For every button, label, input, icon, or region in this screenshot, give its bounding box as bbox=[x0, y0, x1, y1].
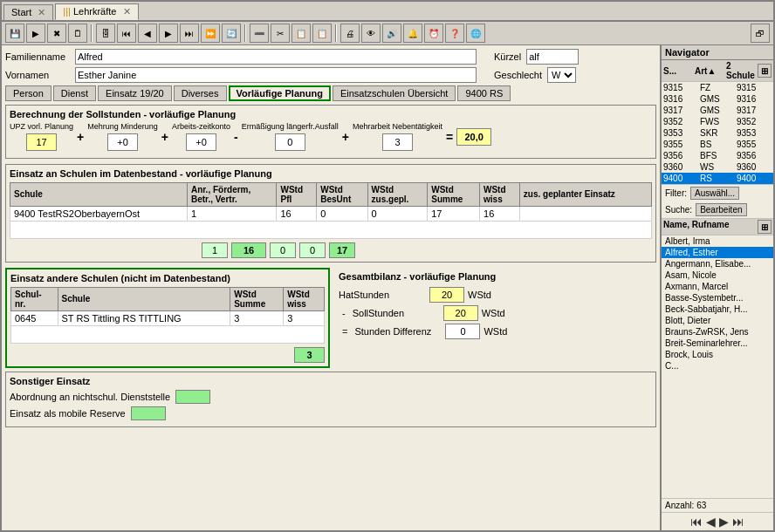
table-row[interactable]: 9400 TestRS2OberbayernOst 1 16 0 0 17 16 bbox=[10, 206, 652, 221]
col-zusplan: zus. geplanter Einsatz bbox=[519, 182, 651, 206]
familienname-input[interactable] bbox=[75, 49, 477, 65]
tab-9400rs[interactable]: 9400 RS bbox=[457, 85, 511, 101]
toolbar-view[interactable]: 👁 bbox=[361, 24, 381, 43]
toolbar-clock[interactable]: ⏰ bbox=[424, 24, 443, 43]
toolbar-doc[interactable]: 🗒 bbox=[68, 24, 87, 43]
tab-person[interactable]: Person bbox=[5, 85, 51, 101]
vorname-input[interactable] bbox=[75, 67, 477, 83]
toolbar-paste[interactable]: 📋 bbox=[312, 24, 332, 43]
toolbar-sound[interactable]: 🔊 bbox=[382, 24, 401, 43]
col-anr: Anr., Förderm,Betr., Vertr. bbox=[187, 182, 277, 206]
nav-next-btn[interactable]: ▶ bbox=[719, 515, 729, 529]
nav-row-9355[interactable]: 9355BS9355 bbox=[662, 139, 773, 150]
arbeitszeit-label: Arbeits-zeitkonto bbox=[172, 123, 230, 132]
tab-start-close[interactable]: ✕ bbox=[38, 7, 45, 17]
nav-name-blott[interactable]: Blott, Dieter bbox=[662, 315, 773, 326]
einsatz-mobile-row: Einsatz als mobile Reserve bbox=[10, 406, 652, 420]
tab-einsatz[interactable]: Einsatz 19/20 bbox=[98, 85, 172, 101]
nav-name-c[interactable]: C... bbox=[662, 360, 773, 372]
nav-search-row: Suche: Bearbeiten bbox=[662, 201, 773, 218]
andere-total-row: 3 bbox=[10, 347, 325, 363]
toolbar-window[interactable]: 🗗 bbox=[751, 24, 770, 43]
geschlecht-select[interactable]: W M bbox=[547, 67, 576, 83]
nav-search-btn[interactable]: Bearbeiten bbox=[696, 203, 746, 216]
col-schule: Schule bbox=[10, 182, 188, 206]
nav-name-brauns[interactable]: Brauns-ZwRSK, Jens bbox=[662, 326, 773, 338]
nav-name-beck[interactable]: Beck-Sabbatjahr, H... bbox=[662, 304, 773, 315]
upz-label: UPZ vorl. Planung bbox=[10, 123, 73, 132]
toolbar-run[interactable]: ▶ bbox=[26, 24, 45, 43]
toolbar-refresh[interactable]: 🔄 bbox=[222, 24, 241, 43]
nav-name-axmann[interactable]: Axmann, Marcel bbox=[662, 281, 773, 292]
cell-wiss: 16 bbox=[480, 206, 520, 221]
andere-schulen-title: Einsatz andere Schulen (nicht im Datenbe… bbox=[10, 273, 325, 283]
nav-name-basse[interactable]: Basse-Systembetr... bbox=[662, 292, 773, 304]
tab-lehrkraefte[interactable]: ||| Lehrkräfte ✕ bbox=[55, 3, 138, 20]
toolbar-minus[interactable]: ➖ bbox=[250, 24, 269, 43]
toolbar-first[interactable]: ⏮ bbox=[117, 24, 136, 43]
nav-last-btn[interactable]: ⏭ bbox=[732, 515, 744, 529]
nav-row-9352[interactable]: 9352FWS9352 bbox=[662, 116, 773, 127]
tab-diverses[interactable]: Diverses bbox=[174, 85, 227, 101]
kuerzel-input[interactable] bbox=[526, 49, 579, 65]
andere-table-row[interactable]: 0645 ST RS Tittling RS TITTLING 3 3 bbox=[11, 310, 325, 325]
col-summe: WStdSumme bbox=[428, 182, 480, 206]
nav-name-grid-icon[interactable]: ⊞ bbox=[758, 220, 772, 234]
toolbar-next[interactable]: ▶ bbox=[159, 24, 178, 43]
toolbar-save[interactable]: 💾 bbox=[5, 24, 24, 43]
andere-total: 3 bbox=[294, 347, 325, 363]
nav-col-s: S... bbox=[663, 66, 695, 76]
toolbar-fast[interactable]: ⏩ bbox=[201, 24, 220, 43]
einsatz-title: Einsatz an Schulen im Datenbestand - vor… bbox=[10, 168, 652, 179]
toolbar-sep3 bbox=[335, 24, 337, 42]
tab-dienst[interactable]: Dienst bbox=[53, 85, 96, 101]
nav-row-9353[interactable]: 9353SKR9353 bbox=[662, 127, 773, 139]
nav-prev-btn[interactable]: ◀ bbox=[706, 515, 716, 529]
tab-vorlaeufige[interactable]: Vorläufige Planung bbox=[229, 85, 331, 101]
toolbar-sep1 bbox=[91, 24, 93, 42]
ermaeßigung-group: Ermäßigung längerfr.Ausfall 0 bbox=[242, 123, 339, 151]
soll-value: 20 bbox=[443, 305, 478, 321]
op-equals: = bbox=[446, 130, 453, 144]
nav-name-brock[interactable]: Brock, Louis bbox=[662, 349, 773, 360]
upz-value: 17 bbox=[26, 133, 57, 151]
mehrarbeit-group: Mehrarbeit Nebentätigkeit 3 bbox=[353, 123, 442, 151]
nav-name-angermann[interactable]: Angermann, Elisabe... bbox=[662, 258, 773, 269]
geschlecht-area: Geschlecht W M bbox=[494, 67, 576, 83]
nav-row-9400[interactable]: 9400RS9400 bbox=[662, 173, 773, 184]
nav-name-alfred[interactable]: Alfred, Esther bbox=[662, 247, 773, 258]
toolbar-print[interactable]: 🖨 bbox=[340, 24, 360, 43]
arbeitszeit-value: +0 bbox=[186, 133, 216, 151]
nav-first-btn[interactable]: ⏮ bbox=[690, 515, 703, 529]
toolbar-help[interactable]: ❓ bbox=[445, 24, 464, 43]
nav-name-asam[interactable]: Asam, Nicole bbox=[662, 269, 773, 281]
toolbar-copy[interactable]: 📋 bbox=[291, 24, 311, 43]
nav-col-schule: 2 Schule bbox=[726, 61, 758, 80]
nav-name-breit[interactable]: Breit-Seminarlehrer... bbox=[662, 338, 773, 349]
tab-lehrkraefte-close[interactable]: ✕ bbox=[123, 6, 131, 17]
toolbar-bell[interactable]: 🔔 bbox=[403, 24, 422, 43]
abordnung-input[interactable] bbox=[175, 390, 210, 404]
toolbar-globe[interactable]: 🌐 bbox=[466, 24, 485, 43]
toolbar-cut[interactable]: ✂ bbox=[271, 24, 290, 43]
nav-row-9315[interactable]: 9315FZ9315 bbox=[662, 82, 773, 93]
tab-einsatzschulen[interactable]: Einsatzschulen Übersicht bbox=[333, 85, 456, 101]
nav-row-9356[interactable]: 9356BFS9356 bbox=[662, 150, 773, 161]
nav-filter-btn[interactable]: Auswähl... bbox=[690, 187, 739, 200]
einsatz-table: Schule Anr., Förderm,Betr., Vertr. WStdP… bbox=[10, 182, 652, 239]
toolbar-db[interactable]: 🗄 bbox=[96, 24, 115, 43]
andere-schulen-table: Schul-nr. Schule WStdSumme WStdwiss 0645… bbox=[10, 287, 325, 344]
vorname-row: Vornamen Geschlecht W M bbox=[5, 67, 656, 83]
sum-pfl: 16 bbox=[231, 242, 266, 258]
nav-name-albert[interactable]: Albert, Irma bbox=[662, 235, 773, 247]
toolbar-prev[interactable]: ◀ bbox=[138, 24, 157, 43]
nav-row-9316[interactable]: 9316GMS9316 bbox=[662, 93, 773, 105]
nav-row-9360[interactable]: 9360WS9360 bbox=[662, 161, 773, 173]
toolbar-delete[interactable]: ✖ bbox=[47, 24, 66, 43]
nav-grid-icon[interactable]: ⊞ bbox=[758, 64, 772, 78]
toolbar-last[interactable]: ⏭ bbox=[180, 24, 199, 43]
einsatz-mobile-input[interactable] bbox=[131, 406, 166, 420]
toolbar-sep2 bbox=[244, 24, 246, 42]
nav-row-9317[interactable]: 9317GMS9317 bbox=[662, 105, 773, 116]
tab-start[interactable]: Start ✕ bbox=[3, 4, 53, 20]
